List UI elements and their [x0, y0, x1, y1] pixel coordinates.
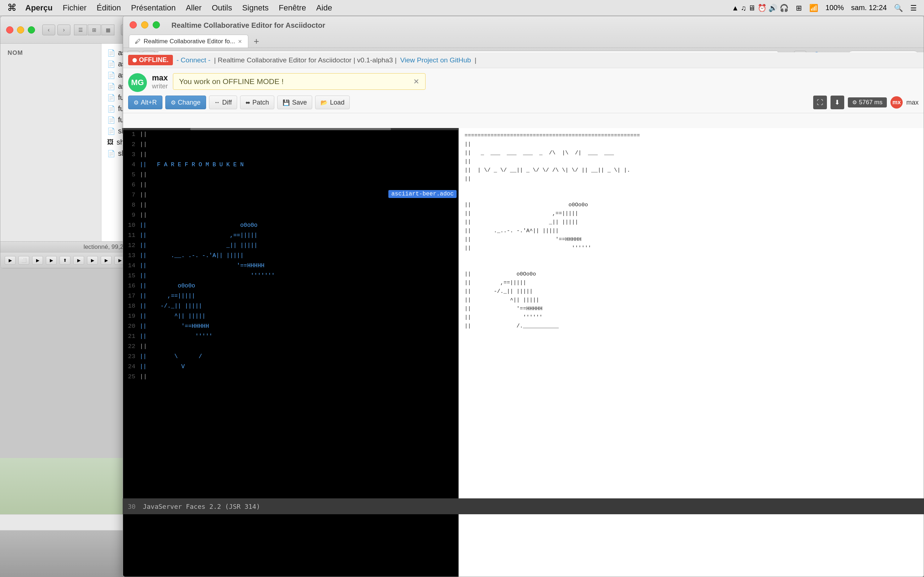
code-line: 4|| F A R E F R O M B U K E N	[123, 160, 458, 170]
column-view-button[interactable]: ⊞	[88, 24, 101, 35]
line-content: || o0o0o	[140, 281, 457, 291]
menu-aide[interactable]: Aide	[316, 3, 332, 13]
finder-bottom-btn[interactable]: ▶	[73, 256, 84, 265]
menu-apercu[interactable]: Aperçu	[25, 3, 53, 13]
line-number: 24	[124, 362, 140, 372]
save-label: Save	[292, 99, 307, 106]
code-line: 2||	[123, 140, 458, 150]
patch-label: Patch	[252, 99, 269, 106]
finder-bottom-btn[interactable]: ▶	[87, 256, 98, 265]
new-tab-button[interactable]: +	[250, 35, 263, 48]
line-content: || o0o0o	[140, 220, 457, 230]
minimize-button[interactable]	[17, 26, 24, 34]
tab-close-button[interactable]: ✕	[238, 39, 242, 44]
code-line: 6||	[123, 180, 458, 190]
code-line: 25||	[123, 372, 458, 382]
menu-aller[interactable]: Aller	[186, 3, 202, 13]
code-line: 11|| ,==|||||	[123, 230, 458, 240]
list-view-button[interactable]: ☰	[74, 24, 87, 35]
menu-signets[interactable]: Signets	[242, 3, 268, 13]
line-number: 21	[124, 331, 140, 342]
line-content: || \ /	[140, 351, 457, 362]
browser-maximize-button[interactable]	[153, 21, 160, 29]
settings-icon: ⚙	[852, 99, 857, 106]
wifi-icon: 📶	[809, 3, 818, 12]
finder-sidebar-header: Nom	[0, 47, 101, 59]
offline-badge: OFFLINE.	[128, 55, 173, 65]
active-tab[interactable]: 🖊 Realtime Collaborative Editor fo... ✕	[129, 35, 248, 48]
code-line: 20|| '==HHHHH	[123, 321, 458, 331]
notification-close-button[interactable]: ✕	[413, 77, 419, 86]
close-button[interactable]	[6, 26, 13, 34]
menu-fenetre[interactable]: Fenêtre	[279, 3, 306, 13]
save-button[interactable]: 💾 Save	[277, 95, 312, 109]
code-line: 18|| -/._|| |||||	[123, 301, 458, 311]
list-icon[interactable]: ☰	[910, 3, 917, 12]
line-content: ||	[140, 200, 457, 210]
finder-bottom-btn[interactable]: ▶	[46, 256, 57, 265]
line-content: ||	[140, 342, 457, 351]
menu-fichier[interactable]: Fichier	[63, 3, 87, 13]
back-button[interactable]: ‹	[42, 24, 55, 35]
code-line: 23|| \ /	[123, 351, 458, 362]
forward-button[interactable]: ›	[57, 24, 70, 35]
line-number: 2	[124, 140, 140, 150]
scroll-count: 30	[128, 503, 136, 510]
maximize-button[interactable]	[28, 26, 35, 34]
finder-bottom-btn[interactable]: ⬆	[60, 256, 70, 265]
line-content: || ^|| |||||	[140, 311, 457, 321]
browser-close-button[interactable]	[129, 21, 137, 29]
diff-icon: ↔	[215, 99, 220, 106]
code-line: 15|| '''''''	[123, 271, 458, 281]
change-icon: ⚙	[171, 99, 176, 106]
tab-title: Realtime Collaborative Editor fo...	[144, 38, 235, 45]
code-line: 14|| '==HHHHH	[123, 261, 458, 271]
load-button[interactable]: 📂 Load	[315, 95, 350, 109]
code-line: 7 || asciiart-beer.adoc	[123, 190, 458, 200]
header-text: | Realtime Collaborative Editor for Asci…	[214, 56, 397, 64]
line-number: 13	[124, 251, 140, 261]
code-line: 17|| ,==|||||	[123, 291, 458, 301]
finder-traffic-lights	[6, 26, 35, 34]
search-icon[interactable]: 🔍	[894, 3, 903, 12]
timing-badge: ⚙ 5767 ms	[848, 97, 887, 108]
line-content: ||	[140, 140, 457, 150]
file-icon: 📄	[107, 94, 115, 102]
finder-bottom-btn[interactable]: ▶	[101, 256, 111, 265]
finder-view-buttons: ☰ ⊞ ▦	[74, 24, 115, 35]
line-content: || '''''	[140, 331, 457, 342]
github-link[interactable]: View Project on GitHub	[400, 56, 471, 64]
code-line: 24|| V	[123, 362, 458, 372]
finder-bottom-btn[interactable]: ▶	[32, 256, 43, 265]
editor-scrollbar-thumb[interactable]	[190, 128, 391, 130]
fullscreen-button[interactable]: ⛶	[813, 95, 827, 109]
editor-scrollbar[interactable]	[123, 128, 458, 130]
altR-button[interactable]: ⚙ Alt+R	[128, 95, 162, 109]
line-number: 12	[124, 240, 140, 251]
browser-minimize-button[interactable]	[141, 21, 149, 29]
line-content: ||	[140, 170, 457, 180]
finder-bottom-btn[interactable]: ⬜	[18, 256, 29, 265]
battery: 100%	[825, 3, 844, 12]
offline-dot	[132, 58, 137, 62]
browser-chrome: Realtime Collaborative Editor for Asciid…	[123, 16, 924, 52]
connect-link[interactable]: - Connect -	[176, 56, 210, 64]
apple-menu[interactable]: ⌘	[7, 2, 16, 13]
patch-button[interactable]: ⬌ Patch	[240, 95, 274, 109]
java-server-text: JavaServer Faces 2.2 (JSR 314)	[143, 503, 260, 510]
bluetooth-icon: ⊞	[796, 3, 802, 12]
menu-edition[interactable]: Édition	[97, 3, 121, 13]
altR-label: Alt+R	[141, 99, 157, 106]
menu-outils[interactable]: Outils	[212, 3, 232, 13]
browser-traffic-lights: Realtime Collaborative Editor for Asciid…	[123, 16, 924, 32]
file-icon: 📄	[107, 82, 115, 90]
line-number: 19	[124, 311, 140, 321]
coverflow-button[interactable]: ▦	[102, 24, 115, 35]
finder-bottom-btn[interactable]: ▶	[5, 256, 16, 265]
diff-button[interactable]: ↔ Diff	[209, 95, 237, 109]
menu-presentation[interactable]: Présentation	[131, 3, 176, 13]
user-area: MG max writer You work on OFFLINE MODE !…	[123, 68, 924, 92]
change-button[interactable]: ⚙ Change	[165, 95, 206, 109]
browser-window: Realtime Collaborative Editor for Asciid…	[123, 16, 924, 577]
download-button[interactable]: ⬇	[830, 95, 844, 109]
